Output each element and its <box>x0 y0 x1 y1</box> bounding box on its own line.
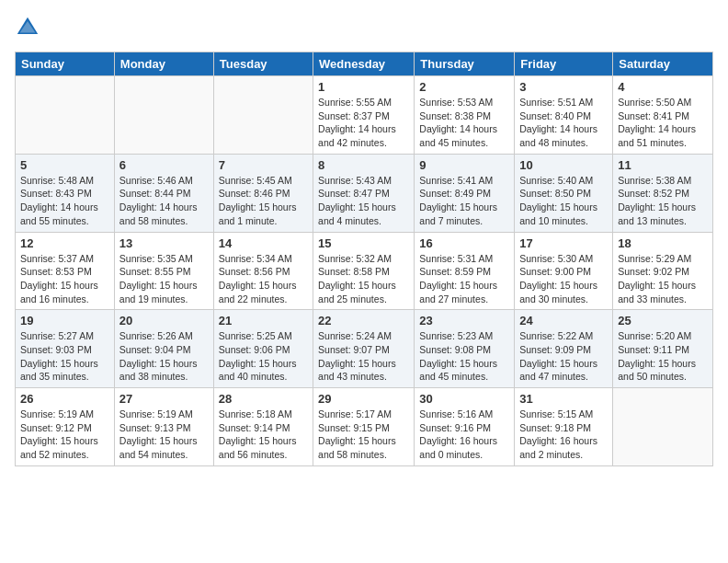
day-number: 6 <box>119 158 209 172</box>
day-number: 17 <box>519 236 608 250</box>
calendar-cell: 21Sunrise: 5:25 AM Sunset: 9:06 PM Dayli… <box>213 310 313 388</box>
day-number: 24 <box>519 314 608 327</box>
day-number: 8 <box>318 158 409 172</box>
calendar-cell: 10Sunrise: 5:40 AM Sunset: 8:50 PM Dayli… <box>515 154 613 232</box>
day-number: 11 <box>618 158 708 172</box>
day-info: Sunrise: 5:17 AM Sunset: 9:15 PM Dayligh… <box>318 408 409 462</box>
day-number: 5 <box>20 158 109 172</box>
day-number: 25 <box>618 314 708 327</box>
day-info: Sunrise: 5:45 AM Sunset: 8:46 PM Dayligh… <box>219 174 308 228</box>
calendar-week-row: 1Sunrise: 5:55 AM Sunset: 8:37 PM Daylig… <box>16 76 713 155</box>
day-number: 27 <box>119 392 209 406</box>
day-number: 28 <box>219 392 308 406</box>
calendar-cell: 12Sunrise: 5:37 AM Sunset: 8:53 PM Dayli… <box>16 232 115 310</box>
calendar-week-row: 19Sunrise: 5:27 AM Sunset: 9:03 PM Dayli… <box>16 310 713 388</box>
day-number: 12 <box>20 236 109 250</box>
day-info: Sunrise: 5:55 AM Sunset: 8:37 PM Dayligh… <box>318 96 409 150</box>
calendar-cell: 4Sunrise: 5:50 AM Sunset: 8:41 PM Daylig… <box>613 76 713 155</box>
day-of-week-header: Monday <box>114 52 213 76</box>
day-number: 16 <box>419 236 509 250</box>
day-info: Sunrise: 5:15 AM Sunset: 9:18 PM Dayligh… <box>519 408 608 462</box>
day-of-week-header: Tuesday <box>213 52 313 76</box>
calendar-cell: 14Sunrise: 5:34 AM Sunset: 8:56 PM Dayli… <box>213 232 313 310</box>
calendar-week-row: 12Sunrise: 5:37 AM Sunset: 8:53 PM Dayli… <box>16 232 713 310</box>
day-info: Sunrise: 5:26 AM Sunset: 9:04 PM Dayligh… <box>119 329 209 384</box>
day-info: Sunrise: 5:32 AM Sunset: 8:58 PM Dayligh… <box>318 252 409 306</box>
calendar-cell: 22Sunrise: 5:24 AM Sunset: 9:07 PM Dayli… <box>313 310 415 388</box>
calendar-cell <box>16 76 115 155</box>
day-number: 30 <box>419 392 509 406</box>
day-info: Sunrise: 5:48 AM Sunset: 8:43 PM Dayligh… <box>20 174 109 228</box>
calendar-cell <box>213 76 313 155</box>
day-number: 15 <box>318 236 409 250</box>
calendar-cell: 24Sunrise: 5:22 AM Sunset: 9:09 PM Dayli… <box>515 310 613 388</box>
day-info: Sunrise: 5:29 AM Sunset: 9:02 PM Dayligh… <box>618 252 708 306</box>
calendar-cell: 15Sunrise: 5:32 AM Sunset: 8:58 PM Dayli… <box>313 232 415 310</box>
calendar-cell: 7Sunrise: 5:45 AM Sunset: 8:46 PM Daylig… <box>213 154 313 232</box>
day-number: 19 <box>20 314 109 327</box>
day-number: 1 <box>318 80 409 94</box>
day-number: 13 <box>119 236 209 250</box>
calendar-cell: 23Sunrise: 5:23 AM Sunset: 9:08 PM Dayli… <box>415 310 515 388</box>
day-info: Sunrise: 5:30 AM Sunset: 9:00 PM Dayligh… <box>519 252 608 306</box>
calendar-cell: 27Sunrise: 5:19 AM Sunset: 9:13 PM Dayli… <box>114 388 213 466</box>
day-of-week-header: Friday <box>515 52 613 76</box>
calendar-cell: 25Sunrise: 5:20 AM Sunset: 9:11 PM Dayli… <box>613 310 713 388</box>
day-info: Sunrise: 5:34 AM Sunset: 8:56 PM Dayligh… <box>219 252 308 306</box>
day-number: 31 <box>519 392 608 406</box>
calendar-cell: 30Sunrise: 5:16 AM Sunset: 9:16 PM Dayli… <box>415 388 515 466</box>
day-info: Sunrise: 5:27 AM Sunset: 9:03 PM Dayligh… <box>20 329 109 384</box>
calendar-cell: 31Sunrise: 5:15 AM Sunset: 9:18 PM Dayli… <box>515 388 613 466</box>
day-number: 18 <box>618 236 708 250</box>
calendar-cell: 16Sunrise: 5:31 AM Sunset: 8:59 PM Dayli… <box>415 232 515 310</box>
calendar-cell: 1Sunrise: 5:55 AM Sunset: 8:37 PM Daylig… <box>313 76 415 155</box>
calendar-cell: 29Sunrise: 5:17 AM Sunset: 9:15 PM Dayli… <box>313 388 415 466</box>
page-header <box>15 15 713 40</box>
calendar-week-row: 5Sunrise: 5:48 AM Sunset: 8:43 PM Daylig… <box>16 154 713 232</box>
day-info: Sunrise: 5:53 AM Sunset: 8:38 PM Dayligh… <box>419 96 509 150</box>
day-info: Sunrise: 5:35 AM Sunset: 8:55 PM Dayligh… <box>119 252 209 306</box>
day-number: 21 <box>219 314 308 327</box>
calendar-cell <box>114 76 213 155</box>
logo-icon <box>15 15 40 40</box>
day-of-week-header: Wednesday <box>313 52 415 76</box>
calendar-cell <box>613 388 713 466</box>
calendar-cell: 3Sunrise: 5:51 AM Sunset: 8:40 PM Daylig… <box>515 76 613 155</box>
day-info: Sunrise: 5:40 AM Sunset: 8:50 PM Dayligh… <box>519 174 608 228</box>
day-info: Sunrise: 5:37 AM Sunset: 8:53 PM Dayligh… <box>20 252 109 306</box>
day-number: 23 <box>419 314 509 327</box>
calendar-header-row: SundayMondayTuesdayWednesdayThursdayFrid… <box>16 52 713 76</box>
calendar-cell: 5Sunrise: 5:48 AM Sunset: 8:43 PM Daylig… <box>16 154 115 232</box>
day-info: Sunrise: 5:19 AM Sunset: 9:12 PM Dayligh… <box>20 408 109 462</box>
calendar-cell: 9Sunrise: 5:41 AM Sunset: 8:49 PM Daylig… <box>415 154 515 232</box>
calendar-cell: 11Sunrise: 5:38 AM Sunset: 8:52 PM Dayli… <box>613 154 713 232</box>
day-info: Sunrise: 5:43 AM Sunset: 8:47 PM Dayligh… <box>318 174 409 228</box>
day-number: 3 <box>519 80 608 94</box>
day-number: 9 <box>419 158 509 172</box>
day-info: Sunrise: 5:51 AM Sunset: 8:40 PM Dayligh… <box>519 96 608 150</box>
day-info: Sunrise: 5:41 AM Sunset: 8:49 PM Dayligh… <box>419 174 509 228</box>
calendar-cell: 18Sunrise: 5:29 AM Sunset: 9:02 PM Dayli… <box>613 232 713 310</box>
day-info: Sunrise: 5:22 AM Sunset: 9:09 PM Dayligh… <box>519 329 608 384</box>
day-of-week-header: Thursday <box>415 52 515 76</box>
day-info: Sunrise: 5:19 AM Sunset: 9:13 PM Dayligh… <box>119 408 209 462</box>
calendar-week-row: 26Sunrise: 5:19 AM Sunset: 9:12 PM Dayli… <box>16 388 713 466</box>
calendar-cell: 26Sunrise: 5:19 AM Sunset: 9:12 PM Dayli… <box>16 388 115 466</box>
calendar-cell: 6Sunrise: 5:46 AM Sunset: 8:44 PM Daylig… <box>114 154 213 232</box>
logo <box>15 15 44 40</box>
day-info: Sunrise: 5:24 AM Sunset: 9:07 PM Dayligh… <box>318 329 409 384</box>
day-info: Sunrise: 5:16 AM Sunset: 9:16 PM Dayligh… <box>419 408 509 462</box>
day-number: 22 <box>318 314 409 327</box>
day-of-week-header: Saturday <box>613 52 713 76</box>
day-info: Sunrise: 5:23 AM Sunset: 9:08 PM Dayligh… <box>419 329 509 384</box>
day-info: Sunrise: 5:18 AM Sunset: 9:14 PM Dayligh… <box>219 408 308 462</box>
day-of-week-header: Sunday <box>16 52 115 76</box>
day-info: Sunrise: 5:20 AM Sunset: 9:11 PM Dayligh… <box>618 329 708 384</box>
day-info: Sunrise: 5:38 AM Sunset: 8:52 PM Dayligh… <box>618 174 708 228</box>
day-info: Sunrise: 5:25 AM Sunset: 9:06 PM Dayligh… <box>219 329 308 384</box>
calendar-table: SundayMondayTuesdayWednesdayThursdayFrid… <box>15 52 713 466</box>
calendar-cell: 17Sunrise: 5:30 AM Sunset: 9:00 PM Dayli… <box>515 232 613 310</box>
day-number: 29 <box>318 392 409 406</box>
day-number: 26 <box>20 392 109 406</box>
day-info: Sunrise: 5:31 AM Sunset: 8:59 PM Dayligh… <box>419 252 509 306</box>
